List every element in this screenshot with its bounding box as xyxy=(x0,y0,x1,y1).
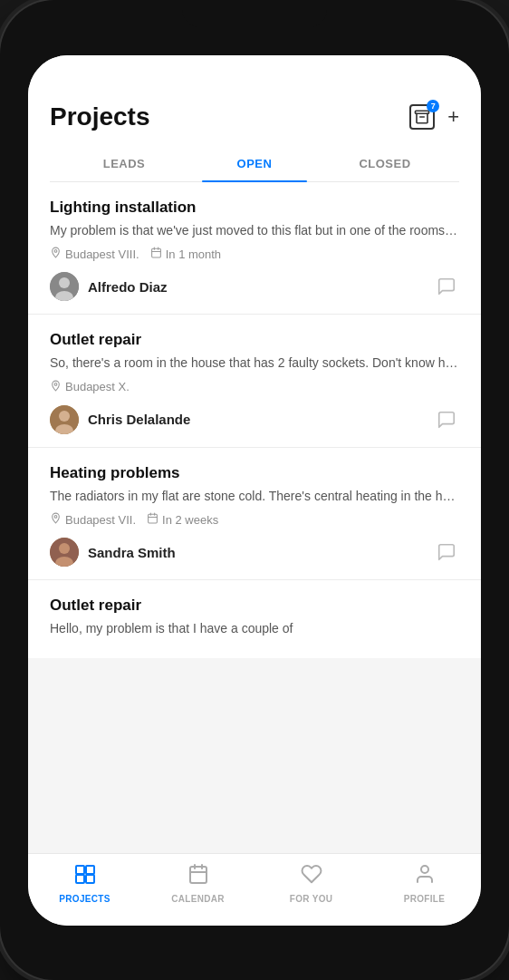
project-footer: Alfredo Diaz xyxy=(50,272,459,301)
status-bar xyxy=(28,55,481,95)
projects-nav-icon xyxy=(74,863,96,890)
user-info: Alfredo Diaz xyxy=(50,272,168,301)
deadline-text: In 1 month xyxy=(166,247,221,261)
svg-point-13 xyxy=(54,516,57,519)
nav-label-projects: PROJECTS xyxy=(59,894,110,904)
project-title: Outlet repair xyxy=(50,331,459,349)
project-title: Outlet repair xyxy=(50,597,459,615)
badge-count: 7 xyxy=(427,100,439,112)
archive-icon: 7 xyxy=(409,104,435,130)
notch xyxy=(182,0,327,27)
svg-rect-22 xyxy=(86,866,94,874)
tab-open[interactable]: OPEN xyxy=(189,146,320,181)
nav-item-calendar[interactable]: CALENDAR xyxy=(141,863,254,904)
project-card[interactable]: Outlet repair So, there's a room in the … xyxy=(28,315,481,448)
location-text: Budapest VIII. xyxy=(65,247,139,261)
deadline-item: In 1 month xyxy=(150,247,221,261)
heart-nav-icon xyxy=(301,863,322,890)
calendar-small-icon xyxy=(150,247,162,261)
project-meta: Budapest VII. In 2 weeks xyxy=(50,512,459,527)
deadline-text: In 2 weeks xyxy=(162,513,218,527)
location-item: Budapest VII. xyxy=(50,512,136,527)
location-item: Budapest X. xyxy=(50,380,130,394)
svg-rect-24 xyxy=(86,875,94,883)
project-title: Heating problems xyxy=(50,464,459,482)
svg-point-9 xyxy=(54,383,57,385)
location-item: Budapest VIII. xyxy=(50,247,139,261)
svg-rect-21 xyxy=(76,866,84,874)
svg-rect-23 xyxy=(76,875,84,883)
location-text: Budapest X. xyxy=(65,380,130,393)
nav-label-profile: PROFILE xyxy=(404,894,445,904)
avatar xyxy=(50,272,79,301)
page-title: Projects xyxy=(50,102,150,131)
phone-frame: Projects 7 + xyxy=(0,0,509,980)
svg-point-11 xyxy=(59,411,70,422)
nav-item-profile[interactable]: PROFILE xyxy=(368,863,481,904)
nav-label-calendar: CALENDAR xyxy=(171,894,225,904)
comment-button[interactable] xyxy=(434,274,459,299)
nav-label-foryou: FOR YOU xyxy=(290,894,332,904)
phone-screen: Projects 7 + xyxy=(28,55,481,926)
project-list: Lighting installation My problem is that… xyxy=(28,182,481,853)
project-description: So, there's a room in the house that has… xyxy=(50,354,459,373)
badge-icon-wrap[interactable]: 7 xyxy=(409,104,435,130)
avatar xyxy=(50,405,79,434)
nav-item-projects[interactable]: PROJECTS xyxy=(28,863,141,904)
project-description: Hello, my problem is that I have a coupl… xyxy=(50,620,459,638)
svg-rect-14 xyxy=(149,514,158,523)
add-project-button[interactable]: + xyxy=(447,107,459,127)
user-info: Chris Delalande xyxy=(50,405,190,434)
project-card[interactable]: Lighting installation My problem is that… xyxy=(28,182,481,315)
location-icon xyxy=(50,247,62,261)
project-card[interactable]: Heating problems The radiators in my fla… xyxy=(28,448,481,581)
svg-rect-0 xyxy=(416,111,429,113)
location-icon xyxy=(50,380,62,394)
bottom-nav: PROJECTS CALENDAR xyxy=(28,853,481,926)
tab-closed[interactable]: CLOSED xyxy=(320,146,450,181)
svg-point-7 xyxy=(59,277,70,288)
project-meta: Budapest VIII. In 1 month xyxy=(50,247,459,261)
svg-point-1 xyxy=(54,250,57,253)
svg-rect-25 xyxy=(190,867,206,883)
project-meta: Budapest X. xyxy=(50,380,459,394)
project-footer: Sandra Smith xyxy=(50,538,459,567)
project-description: The radiators in my flat are stone cold.… xyxy=(50,488,459,506)
location-icon xyxy=(50,512,62,527)
svg-point-19 xyxy=(59,543,70,554)
project-footer: Chris Delalande xyxy=(50,405,459,434)
comment-button[interactable] xyxy=(434,539,459,565)
location-text: Budapest VII. xyxy=(65,513,136,527)
person-nav-icon xyxy=(414,863,436,890)
header: Projects 7 + xyxy=(28,95,481,182)
deadline-item: In 2 weeks xyxy=(147,512,218,527)
user-info: Sandra Smith xyxy=(50,538,176,567)
nav-item-foryou[interactable]: FOR YOU xyxy=(254,863,368,904)
comment-button[interactable] xyxy=(434,407,459,432)
tabs-bar: LEADS OPEN CLOSED xyxy=(50,146,459,182)
calendar-small-icon xyxy=(147,512,158,527)
user-name: Chris Delalande xyxy=(88,412,190,427)
user-name: Alfredo Diaz xyxy=(88,279,168,295)
calendar-nav-icon xyxy=(187,863,209,890)
svg-rect-2 xyxy=(151,248,160,257)
svg-point-29 xyxy=(421,866,428,873)
project-description: My problem is that we've just moved to t… xyxy=(50,222,459,240)
tab-leads[interactable]: LEADS xyxy=(59,146,189,181)
avatar xyxy=(50,538,79,567)
header-icons: 7 + xyxy=(409,104,459,130)
project-card[interactable]: Outlet repair Hello, my problem is that … xyxy=(28,580,481,658)
header-top: Projects 7 + xyxy=(50,102,459,131)
project-title: Lighting installation xyxy=(50,199,459,217)
user-name: Sandra Smith xyxy=(88,545,176,560)
